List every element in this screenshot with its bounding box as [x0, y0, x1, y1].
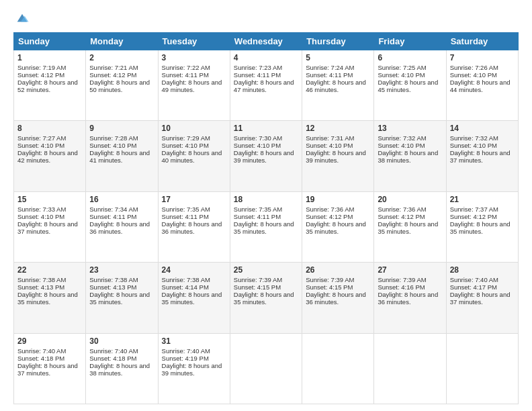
- calendar-cell: 30 Sunrise: 7:40 AM Sunset: 4:18 PM Dayl…: [86, 333, 158, 404]
- daylight-text: Daylight: 8 hours and 36 minutes.: [89, 220, 150, 235]
- daylight-text: Daylight: 8 hours and 35 minutes.: [17, 291, 78, 306]
- calendar-cell: 19 Sunrise: 7:36 AM Sunset: 4:12 PM Dayl…: [302, 191, 374, 262]
- daylight-text: Daylight: 8 hours and 37 minutes.: [450, 149, 511, 164]
- calendar-cell: 9 Sunrise: 7:28 AM Sunset: 4:10 PM Dayli…: [86, 121, 158, 191]
- page: SundayMondayTuesdayWednesdayThursdayFrid…: [0, 0, 532, 411]
- sunrise-text: Sunrise: 7:39 AM: [234, 276, 282, 283]
- daylight-text: Daylight: 8 hours and 38 minutes.: [89, 362, 150, 377]
- calendar-week-row: 1 Sunrise: 7:19 AM Sunset: 4:12 PM Dayli…: [14, 50, 519, 121]
- calendar-week-row: 8 Sunrise: 7:27 AM Sunset: 4:10 PM Dayli…: [14, 121, 519, 191]
- day-number: 12: [306, 124, 370, 133]
- sunrise-text: Sunrise: 7:40 AM: [450, 276, 498, 283]
- day-number: 13: [378, 124, 442, 133]
- calendar-week-row: 29 Sunrise: 7:40 AM Sunset: 4:18 PM Dayl…: [14, 333, 519, 404]
- daylight-text: Daylight: 8 hours and 41 minutes.: [89, 149, 150, 164]
- daylight-text: Daylight: 8 hours and 44 minutes.: [450, 79, 511, 93]
- daylight-text: Daylight: 8 hours and 37 minutes.: [450, 291, 511, 306]
- daylight-text: Daylight: 8 hours and 35 minutes.: [234, 220, 294, 235]
- day-number: 15: [17, 195, 82, 204]
- sunrise-text: Sunrise: 7:35 AM: [234, 205, 282, 213]
- sunset-text: Sunset: 4:16 PM: [378, 283, 425, 291]
- sunrise-text: Sunrise: 7:29 AM: [162, 134, 210, 142]
- daylight-text: Daylight: 8 hours and 45 minutes.: [378, 79, 438, 93]
- sunset-text: Sunset: 4:12 PM: [17, 71, 64, 79]
- daylight-text: Daylight: 8 hours and 36 minutes.: [162, 220, 222, 235]
- calendar-cell: 14 Sunrise: 7:32 AM Sunset: 4:10 PM Dayl…: [446, 121, 518, 191]
- day-number: 4: [234, 53, 298, 62]
- calendar-cell: 28 Sunrise: 7:40 AM Sunset: 4:17 PM Dayl…: [446, 263, 518, 333]
- logo: [13, 11, 30, 26]
- day-number: 25: [234, 265, 298, 275]
- day-number: 29: [17, 336, 82, 346]
- calendar-cell: 1 Sunrise: 7:19 AM Sunset: 4:12 PM Dayli…: [14, 50, 86, 121]
- daylight-text: Daylight: 8 hours and 35 minutes.: [378, 220, 438, 235]
- calendar-cell: 5 Sunrise: 7:24 AM Sunset: 4:11 PM Dayli…: [302, 50, 374, 121]
- day-number: 9: [89, 124, 154, 133]
- day-number: 11: [234, 124, 298, 133]
- day-header-wednesday: Wednesday: [230, 33, 302, 50]
- sunset-text: Sunset: 4:10 PM: [450, 71, 497, 79]
- daylight-text: Daylight: 8 hours and 35 minutes.: [306, 220, 366, 235]
- calendar-cell: 8 Sunrise: 7:27 AM Sunset: 4:10 PM Dayli…: [14, 121, 86, 191]
- day-number: 5: [306, 53, 370, 62]
- sunset-text: Sunset: 4:11 PM: [162, 71, 209, 79]
- sunset-text: Sunset: 4:18 PM: [89, 355, 136, 362]
- day-number: 14: [450, 124, 515, 133]
- calendar-cell: [446, 333, 518, 404]
- day-number: 28: [450, 265, 515, 275]
- sunset-text: Sunset: 4:10 PM: [378, 142, 425, 149]
- day-number: 6: [378, 53, 442, 62]
- daylight-text: Daylight: 8 hours and 35 minutes.: [450, 220, 511, 235]
- sunset-text: Sunset: 4:13 PM: [17, 283, 64, 291]
- sunrise-text: Sunrise: 7:39 AM: [378, 276, 426, 283]
- day-number: 1: [17, 53, 82, 62]
- sunset-text: Sunset: 4:15 PM: [306, 283, 353, 291]
- day-number: 22: [17, 265, 82, 275]
- daylight-text: Daylight: 8 hours and 47 minutes.: [234, 79, 294, 93]
- day-number: 19: [306, 195, 370, 204]
- daylight-text: Daylight: 8 hours and 39 minutes.: [306, 149, 366, 164]
- sunrise-text: Sunrise: 7:21 AM: [89, 64, 138, 71]
- sunset-text: Sunset: 4:12 PM: [89, 71, 136, 79]
- sunset-text: Sunset: 4:12 PM: [450, 213, 497, 220]
- calendar-week-row: 22 Sunrise: 7:38 AM Sunset: 4:13 PM Dayl…: [14, 263, 519, 333]
- daylight-text: Daylight: 8 hours and 36 minutes.: [306, 291, 366, 306]
- day-header-sunday: Sunday: [14, 33, 86, 50]
- sunset-text: Sunset: 4:15 PM: [234, 283, 281, 291]
- sunset-text: Sunset: 4:10 PM: [17, 213, 64, 220]
- sunrise-text: Sunrise: 7:39 AM: [306, 276, 354, 283]
- sunset-text: Sunset: 4:13 PM: [89, 283, 136, 291]
- sunrise-text: Sunrise: 7:38 AM: [17, 276, 66, 283]
- calendar-table: SundayMondayTuesdayWednesdayThursdayFrid…: [13, 32, 519, 404]
- sunrise-text: Sunrise: 7:30 AM: [234, 134, 282, 142]
- calendar-header-row: SundayMondayTuesdayWednesdayThursdayFrid…: [14, 33, 519, 50]
- sunset-text: Sunset: 4:10 PM: [162, 142, 209, 149]
- day-number: 31: [162, 336, 226, 346]
- calendar-cell: 3 Sunrise: 7:22 AM Sunset: 4:11 PM Dayli…: [158, 50, 230, 121]
- calendar-cell: 16 Sunrise: 7:34 AM Sunset: 4:11 PM Dayl…: [86, 191, 158, 262]
- sunset-text: Sunset: 4:17 PM: [450, 283, 497, 291]
- sunset-text: Sunset: 4:11 PM: [306, 71, 353, 79]
- day-header-friday: Friday: [374, 33, 446, 50]
- sunrise-text: Sunrise: 7:38 AM: [162, 276, 210, 283]
- daylight-text: Daylight: 8 hours and 37 minutes.: [17, 362, 78, 377]
- daylight-text: Daylight: 8 hours and 39 minutes.: [234, 149, 294, 164]
- day-header-monday: Monday: [86, 33, 158, 50]
- sunrise-text: Sunrise: 7:36 AM: [378, 205, 426, 213]
- day-number: 23: [89, 265, 154, 275]
- calendar-cell: 25 Sunrise: 7:39 AM Sunset: 4:15 PM Dayl…: [230, 263, 302, 333]
- sunrise-text: Sunrise: 7:40 AM: [89, 347, 138, 355]
- day-number: 10: [162, 124, 226, 133]
- calendar-cell: 31 Sunrise: 7:40 AM Sunset: 4:19 PM Dayl…: [158, 333, 230, 404]
- calendar-cell: 11 Sunrise: 7:30 AM Sunset: 4:10 PM Dayl…: [230, 121, 302, 191]
- sunrise-text: Sunrise: 7:25 AM: [378, 64, 426, 71]
- sunset-text: Sunset: 4:11 PM: [234, 213, 281, 220]
- sunrise-text: Sunrise: 7:40 AM: [162, 347, 210, 355]
- calendar-cell: 12 Sunrise: 7:31 AM Sunset: 4:10 PM Dayl…: [302, 121, 374, 191]
- sunset-text: Sunset: 4:12 PM: [378, 213, 425, 220]
- sunrise-text: Sunrise: 7:40 AM: [17, 347, 66, 355]
- sunrise-text: Sunrise: 7:33 AM: [17, 205, 66, 213]
- sunrise-text: Sunrise: 7:23 AM: [234, 64, 282, 71]
- calendar-cell: 4 Sunrise: 7:23 AM Sunset: 4:11 PM Dayli…: [230, 50, 302, 121]
- daylight-text: Daylight: 8 hours and 35 minutes.: [89, 291, 150, 306]
